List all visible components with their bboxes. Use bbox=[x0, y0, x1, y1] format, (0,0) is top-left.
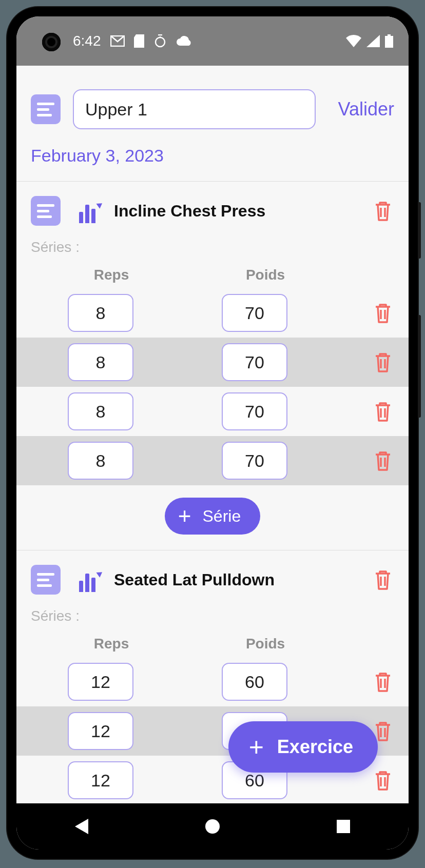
android-nav-bar bbox=[16, 803, 409, 850]
delete-set-button[interactable] bbox=[372, 769, 394, 792]
poids-input[interactable] bbox=[222, 294, 287, 332]
poids-input[interactable] bbox=[222, 663, 287, 701]
date-label: February 3, 2023 bbox=[16, 135, 409, 181]
svg-point-0 bbox=[156, 37, 165, 47]
exercise-notes-icon[interactable] bbox=[31, 565, 61, 595]
svg-rect-1 bbox=[385, 36, 393, 48]
add-set-row: + Série bbox=[16, 485, 409, 550]
delete-exercise-button[interactable] bbox=[372, 200, 394, 222]
camera-cutout bbox=[42, 33, 61, 51]
delete-set-button[interactable] bbox=[372, 449, 394, 472]
set-row bbox=[16, 338, 409, 387]
poids-input[interactable] bbox=[222, 343, 287, 381]
wifi-icon bbox=[346, 35, 361, 47]
battery-icon bbox=[385, 34, 393, 48]
add-set-label: Série bbox=[203, 507, 241, 526]
notes-icon[interactable] bbox=[31, 94, 61, 124]
phone-side-button bbox=[418, 315, 421, 418]
set-row bbox=[16, 657, 409, 706]
series-label: Séries : bbox=[16, 599, 409, 628]
column-headers: Reps Poids bbox=[16, 628, 409, 657]
set-row bbox=[16, 436, 409, 485]
screen: 6:42 bbox=[16, 16, 409, 850]
delete-set-button[interactable] bbox=[372, 351, 394, 373]
status-left: 6:42 bbox=[73, 33, 192, 49]
timer-icon bbox=[153, 34, 167, 48]
plus-icon: + bbox=[249, 734, 264, 760]
exercise-header: Seated Lat Pulldown bbox=[16, 550, 409, 599]
phone-frame: 6:42 bbox=[7, 7, 418, 859]
svg-rect-4 bbox=[337, 820, 350, 833]
phone-side-button bbox=[418, 202, 421, 259]
gmail-icon bbox=[110, 35, 125, 47]
exercise-name: Incline Chest Press bbox=[114, 202, 357, 221]
header-row: Valider bbox=[16, 66, 409, 135]
status-right bbox=[346, 34, 393, 48]
set-row bbox=[16, 387, 409, 436]
plus-icon: + bbox=[178, 505, 191, 527]
content-area[interactable]: Valider February 3, 2023 Incline Chest P… bbox=[16, 66, 409, 803]
delete-exercise-button[interactable] bbox=[372, 568, 394, 591]
reps-header: Reps bbox=[68, 636, 155, 652]
fab-label: Exercice bbox=[277, 736, 353, 758]
workout-title-input[interactable] bbox=[73, 89, 316, 129]
poids-header: Poids bbox=[222, 267, 309, 283]
delete-set-button[interactable] bbox=[372, 302, 394, 324]
poids-input[interactable] bbox=[222, 392, 287, 430]
signal-icon bbox=[366, 35, 380, 47]
status-bar: 6:42 bbox=[16, 16, 409, 66]
svg-point-3 bbox=[205, 819, 220, 834]
exercise-header: Incline Chest Press bbox=[16, 182, 409, 230]
cloud-icon bbox=[176, 35, 192, 47]
reps-input[interactable] bbox=[68, 294, 133, 332]
stats-icon[interactable] bbox=[75, 199, 100, 223]
stats-icon[interactable] bbox=[75, 567, 100, 592]
sd-card-icon bbox=[134, 34, 144, 48]
series-label: Séries : bbox=[16, 230, 409, 260]
reps-input[interactable] bbox=[68, 442, 133, 480]
delete-set-button[interactable] bbox=[372, 670, 394, 693]
add-exercise-fab[interactable]: + Exercice bbox=[228, 721, 378, 773]
nav-back-button[interactable] bbox=[51, 811, 112, 842]
reps-input[interactable] bbox=[68, 392, 133, 430]
validate-button[interactable]: Valider bbox=[338, 98, 394, 120]
poids-header: Poids bbox=[222, 636, 309, 652]
poids-input[interactable] bbox=[222, 442, 287, 480]
exercise-name: Seated Lat Pulldown bbox=[114, 570, 357, 589]
column-headers: Reps Poids bbox=[16, 260, 409, 288]
svg-rect-2 bbox=[388, 34, 391, 36]
status-time: 6:42 bbox=[73, 33, 101, 49]
reps-input[interactable] bbox=[68, 663, 133, 701]
reps-input[interactable] bbox=[68, 761, 133, 799]
set-row bbox=[16, 288, 409, 338]
reps-input[interactable] bbox=[68, 343, 133, 381]
exercise-block: Incline Chest Press Séries : Reps Poids bbox=[16, 181, 409, 550]
delete-set-button[interactable] bbox=[372, 400, 394, 423]
nav-recent-button[interactable] bbox=[313, 811, 374, 842]
reps-input[interactable] bbox=[68, 712, 133, 750]
nav-home-button[interactable] bbox=[182, 811, 243, 842]
add-set-button[interactable]: + Série bbox=[165, 498, 260, 535]
reps-header: Reps bbox=[68, 267, 155, 283]
exercise-notes-icon[interactable] bbox=[31, 196, 61, 226]
